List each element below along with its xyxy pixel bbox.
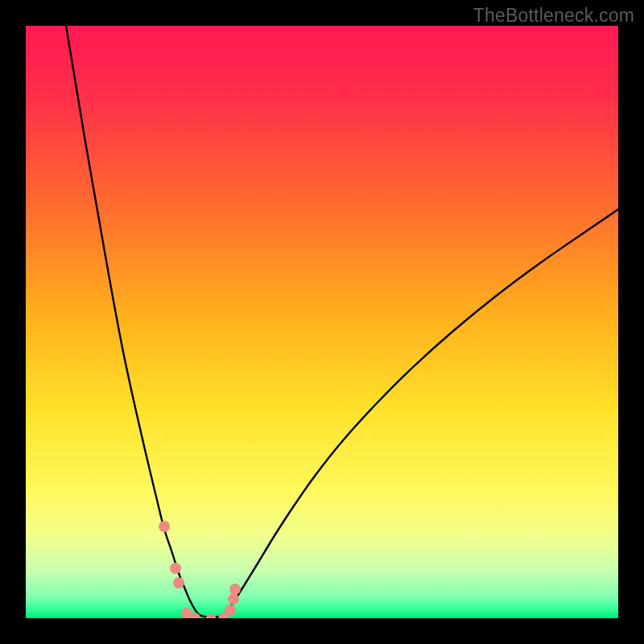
plot-area [26, 26, 618, 618]
data-point-1 [170, 563, 181, 574]
data-point-5 [205, 614, 217, 618]
data-point-8 [228, 593, 239, 605]
curve-right-curve [224, 209, 618, 616]
data-point-0 [159, 521, 170, 532]
watermark-text: TheBottleneck.com [473, 5, 634, 27]
data-point-7 [225, 605, 236, 616]
chart-frame: TheBottleneck.com [0, 0, 644, 644]
data-point-2 [173, 577, 184, 588]
curve-left-curve [66, 26, 200, 616]
data-point-9 [229, 584, 241, 595]
curves-layer [26, 26, 618, 618]
